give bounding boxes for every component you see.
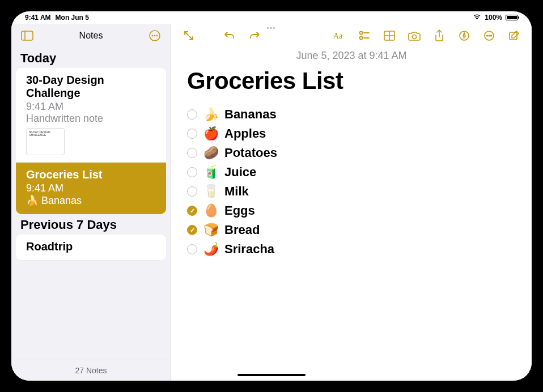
multitask-grabber-icon[interactable]: ••• bbox=[267, 25, 277, 31]
checkbox-icon[interactable] bbox=[187, 109, 197, 120]
item-emoji: 🧃 bbox=[203, 165, 219, 180]
note-body[interactable]: June 5, 2023 at 9:41 AM Groceries List 🍌… bbox=[171, 48, 532, 381]
redo-button[interactable] bbox=[247, 28, 262, 43]
svg-point-17 bbox=[487, 35, 488, 36]
svg-text:Aa: Aa bbox=[333, 32, 343, 40]
checklist-item[interactable]: 🍎Apples bbox=[187, 126, 516, 141]
compose-button[interactable] bbox=[507, 28, 521, 43]
checklist-item[interactable]: 🥚Eggs bbox=[187, 203, 516, 218]
markup-button[interactable] bbox=[457, 28, 472, 43]
status-date: Mon Jun 5 bbox=[56, 14, 89, 22]
svg-point-19 bbox=[491, 35, 492, 36]
item-emoji: 🍞 bbox=[203, 223, 219, 237]
item-emoji: 🍌 bbox=[203, 107, 219, 122]
item-emoji: 🥛 bbox=[203, 184, 219, 199]
item-label: Juice bbox=[224, 165, 256, 180]
item-label: Milk bbox=[224, 184, 249, 199]
checkbox-icon[interactable] bbox=[187, 206, 197, 216]
svg-point-14 bbox=[413, 35, 417, 39]
expand-button[interactable] bbox=[181, 28, 196, 43]
svg-point-9 bbox=[360, 37, 363, 40]
svg-point-5 bbox=[156, 35, 158, 36]
camera-button[interactable] bbox=[407, 28, 422, 43]
sidebar-footer: 27 Notes bbox=[11, 360, 171, 381]
checklist-item[interactable]: 🌶️Sriracha bbox=[187, 242, 516, 257]
item-label: Bread bbox=[224, 223, 260, 237]
item-label: Apples bbox=[224, 126, 266, 141]
svg-point-3 bbox=[152, 35, 153, 36]
item-emoji: 🍎 bbox=[203, 126, 219, 141]
battery-icon bbox=[506, 15, 518, 20]
home-indicator[interactable] bbox=[237, 374, 306, 376]
checklist-button[interactable] bbox=[357, 28, 372, 43]
screen: 9:41 AM Mon Jun 5 100% ••• Notes bbox=[11, 11, 532, 381]
table-button[interactable] bbox=[382, 28, 397, 43]
checklist-item[interactable]: 🥛Milk bbox=[187, 184, 516, 199]
checkbox-icon[interactable] bbox=[187, 244, 197, 254]
item-label: Bananas bbox=[224, 107, 277, 122]
item-label: Eggs bbox=[224, 203, 255, 218]
note-row-title: 30-Day Design Challenge bbox=[26, 74, 156, 100]
text-format-button[interactable]: Aa bbox=[332, 28, 347, 43]
svg-point-4 bbox=[154, 35, 155, 36]
undo-button[interactable] bbox=[222, 28, 237, 43]
item-label: Sriracha bbox=[224, 242, 274, 257]
checkbox-icon[interactable] bbox=[187, 186, 197, 197]
status-bar: 9:41 AM Mon Jun 5 100% bbox=[11, 11, 532, 24]
section-header: Previous 7 Days bbox=[11, 214, 171, 235]
checklist-item[interactable]: 🧃Juice bbox=[187, 165, 516, 180]
editor-toolbar: Aa bbox=[171, 24, 532, 48]
note-row-time: 9:41 AM bbox=[26, 182, 156, 194]
sidebar-title: Notes bbox=[79, 31, 103, 41]
checklist-item[interactable]: 🍞Bread bbox=[187, 223, 516, 237]
note-row-title: Roadtrip bbox=[26, 240, 156, 253]
note-editor: Aa bbox=[171, 24, 532, 381]
svg-rect-0 bbox=[22, 31, 33, 40]
note-row-title: Groceries List bbox=[26, 168, 156, 181]
status-time: 9:41 AM bbox=[25, 14, 51, 22]
wifi-icon bbox=[473, 14, 481, 22]
item-emoji: 🥚 bbox=[203, 203, 219, 218]
checklist-item[interactable]: 🍌Bananas bbox=[187, 107, 516, 122]
section-header: Today bbox=[11, 48, 171, 68]
checklist[interactable]: 🍌Bananas🍎Apples🥔Potatoes🧃Juice🥛Milk🥚Eggs… bbox=[187, 107, 516, 257]
checkbox-icon[interactable] bbox=[187, 225, 197, 235]
note-timestamp: June 5, 2023 at 9:41 AM bbox=[187, 50, 516, 62]
checkbox-icon[interactable] bbox=[187, 148, 197, 158]
item-emoji: 🌶️ bbox=[203, 242, 219, 257]
share-button[interactable] bbox=[432, 28, 447, 43]
note-row[interactable]: Groceries List9:41 AM🍌 Bananas bbox=[16, 163, 166, 214]
note-row-preview: Handwritten note bbox=[26, 113, 156, 125]
note-row[interactable]: Roadtrip bbox=[16, 235, 166, 261]
svg-point-7 bbox=[360, 32, 363, 35]
sidebar-toggle-button[interactable] bbox=[19, 28, 35, 44]
note-row-preview: 🍌 Bananas bbox=[26, 194, 156, 207]
notes-list-sidebar: Notes Today30-Day Design Challenge9:41 A… bbox=[11, 24, 171, 381]
note-title[interactable]: Groceries List bbox=[187, 67, 516, 95]
checklist-item[interactable]: 🥔Potatoes bbox=[187, 146, 516, 160]
svg-point-18 bbox=[489, 35, 490, 36]
note-thumbnail: 30-DAY DESIGN CHALLENGE bbox=[26, 128, 65, 155]
note-row[interactable]: 30-Day Design Challenge9:41 AMHandwritte… bbox=[16, 68, 166, 163]
more-options-button[interactable] bbox=[147, 28, 163, 44]
item-label: Potatoes bbox=[224, 146, 277, 160]
item-emoji: 🥔 bbox=[203, 146, 219, 160]
checkbox-icon[interactable] bbox=[187, 129, 197, 139]
checkbox-icon[interactable] bbox=[187, 167, 197, 177]
sidebar-toolbar: Notes bbox=[11, 24, 171, 48]
battery-percent: 100% bbox=[485, 14, 502, 22]
notes-list[interactable]: Today30-Day Design Challenge9:41 AMHandw… bbox=[11, 48, 171, 360]
note-row-time: 9:41 AM bbox=[26, 101, 156, 113]
more-button[interactable] bbox=[482, 28, 497, 43]
ipad-frame: 9:41 AM Mon Jun 5 100% ••• Notes bbox=[0, 0, 543, 392]
